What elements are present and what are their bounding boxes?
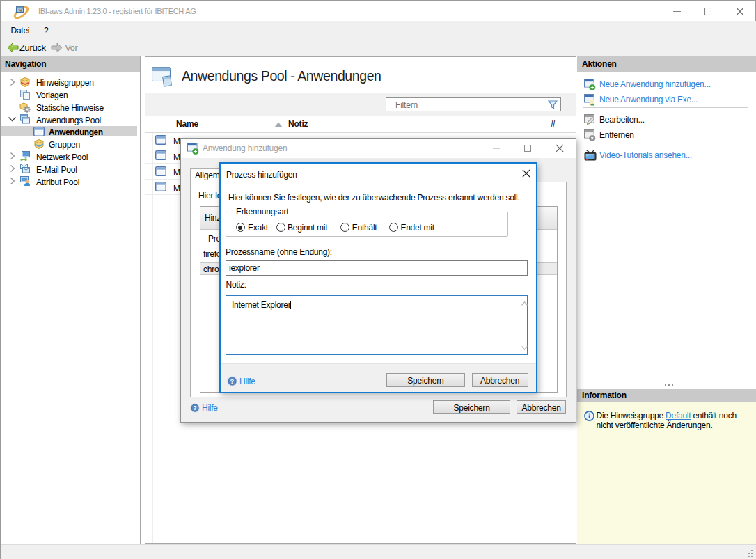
svg-text:?: ? bbox=[230, 377, 234, 384]
svg-text:?: ? bbox=[193, 404, 197, 411]
